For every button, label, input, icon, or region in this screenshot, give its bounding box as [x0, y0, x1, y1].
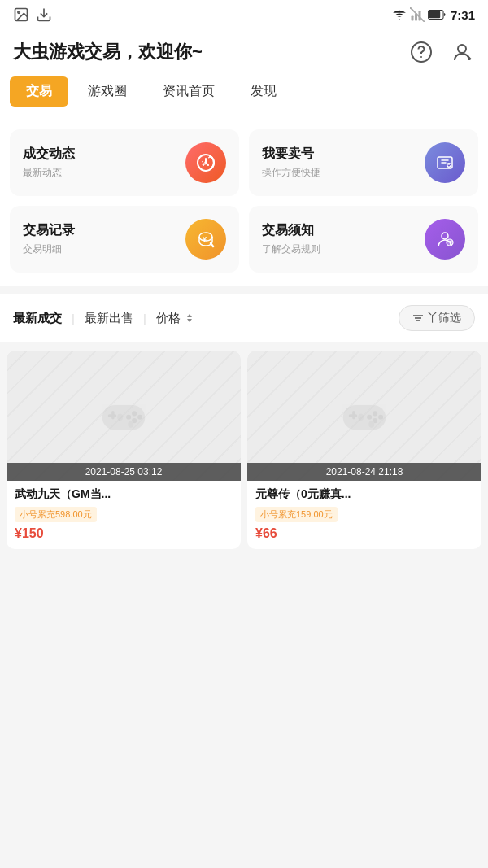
header-actions — [408, 39, 475, 65]
card-title-4: 交易须知 — [262, 222, 320, 239]
listing-card-2[interactable]: 2021-08-24 21:18 元尊传（0元赚真... 小号累充159.00元… — [247, 351, 481, 549]
svg-line-13 — [468, 56, 471, 59]
battery-icon — [428, 9, 446, 20]
filter-price-sort[interactable]: 价格 — [156, 311, 195, 326]
card-subtitle-4: 了解交易规则 — [262, 242, 320, 256]
svg-point-30 — [132, 411, 137, 416]
svg-rect-29 — [111, 411, 115, 420]
cards-grid: 成交动态 最新动态 ¥ 我要卖号 操作方便快捷 — [10, 129, 478, 273]
svg-line-20 — [211, 243, 213, 246]
card-chengjiao-dongtai[interactable]: 成交动态 最新动态 ¥ — [10, 129, 239, 196]
help-button[interactable] — [408, 39, 434, 65]
listing-tag-2: 小号累充159.00元 — [255, 507, 338, 522]
card-jiaoyixuzhi[interactable]: 交易须知 了解交易规则 ? — [249, 206, 478, 273]
card-title-2: 我要卖号 — [262, 146, 320, 163]
tab-zixun[interactable]: 资讯首页 — [146, 76, 231, 107]
game-controller-icon-1 — [95, 387, 152, 444]
card-title-1: 成交动态 — [23, 146, 75, 163]
listing-image-2: 2021-08-24 21:18 — [247, 351, 481, 481]
svg-point-31 — [137, 415, 142, 420]
svg-point-44 — [368, 421, 374, 428]
listing-image-1: 2021-08-25 03:12 — [7, 351, 241, 481]
status-left-icons — [13, 7, 52, 23]
svg-point-35 — [128, 421, 133, 428]
tab-bar: 交易 游戏圈 资讯首页 发现 — [0, 76, 488, 116]
card-subtitle-2: 操作方便快捷 — [262, 166, 320, 180]
filter-divider-2: | — [143, 312, 146, 325]
svg-text:¥: ¥ — [203, 235, 207, 243]
tab-jiaoyi[interactable]: 交易 — [10, 76, 68, 107]
filter-divider-1: | — [72, 312, 75, 325]
filter-latest-sell[interactable]: 最新出售 — [85, 311, 143, 326]
listing-info-1: 武动九天（GM当... 小号累充598.00元 ¥150 — [7, 481, 241, 549]
listing-timestamp-2: 2021-08-24 21:18 — [247, 463, 481, 481]
game-controller-icon-2 — [336, 387, 393, 444]
filter-btn-label: 丫筛选 — [427, 311, 461, 325]
tab-youxiquan[interactable]: 游戏圈 — [72, 76, 143, 107]
tab-faxian[interactable]: 发现 — [234, 76, 293, 107]
filter-latest-deal[interactable]: 最新成交 — [13, 311, 72, 326]
user-profile-button[interactable] — [449, 39, 475, 65]
download-icon — [36, 7, 52, 23]
filter-button[interactable]: 丫筛选 — [399, 305, 475, 331]
card-icon-4: ? — [425, 219, 465, 260]
svg-point-34 — [117, 413, 123, 421]
svg-point-40 — [378, 415, 383, 420]
card-icon-3: ¥ — [185, 219, 226, 260]
svg-point-3 — [399, 19, 400, 20]
card-maihao[interactable]: 我要卖号 操作方便快捷 — [249, 129, 478, 196]
wifi-icon — [392, 7, 407, 22]
svg-point-11 — [420, 56, 422, 58]
svg-point-39 — [373, 411, 377, 416]
svg-point-1 — [18, 11, 20, 13]
card-icon-2 — [425, 142, 465, 183]
card-subtitle-1: 最新动态 — [23, 166, 75, 180]
signal-icon — [410, 7, 425, 22]
page-title: 大虫游戏交易，欢迎你~ — [13, 40, 203, 64]
svg-point-12 — [458, 45, 466, 53]
listing-price-2: ¥66 — [255, 526, 473, 541]
card-jiaoyijilu[interactable]: 交易记录 交易明细 ¥ — [10, 206, 239, 273]
svg-text:?: ? — [449, 239, 453, 246]
svg-rect-38 — [352, 411, 355, 420]
svg-point-21 — [442, 233, 448, 239]
listing-card-1[interactable]: 2021-08-25 03:12 武动九天（GM当... 小号累充598.00元… — [7, 351, 241, 549]
listing-tag-1: 小号累充598.00元 — [15, 507, 97, 522]
svg-text:¥: ¥ — [201, 159, 207, 168]
time-display: 7:31 — [451, 8, 475, 22]
photo-icon — [13, 7, 29, 23]
svg-point-43 — [358, 413, 364, 421]
sort-icon — [184, 312, 195, 324]
svg-rect-9 — [429, 11, 441, 18]
listings-grid: 2021-08-25 03:12 武动九天（GM当... 小号累充598.00元… — [0, 344, 488, 549]
filter-icon — [412, 312, 424, 324]
listing-title-1: 武动九天（GM当... — [15, 487, 233, 502]
svg-point-33 — [126, 415, 131, 420]
svg-point-42 — [367, 415, 372, 420]
card-icon-1: ¥ — [185, 142, 226, 183]
listing-info-2: 元尊传（0元赚真... 小号累充159.00元 ¥66 — [247, 481, 481, 549]
status-right: 7:31 — [392, 7, 475, 22]
filter-price-label: 价格 — [156, 311, 181, 326]
cards-section: 成交动态 最新动态 ¥ 我要卖号 操作方便快捷 — [0, 116, 488, 286]
header: 大虫游戏交易，欢迎你~ — [0, 29, 488, 76]
filter-bar: 最新成交 | 最新出售 | 价格 丫筛选 — [0, 294, 488, 342]
listing-title-2: 元尊传（0元赚真... — [255, 487, 473, 502]
status-bar: 7:31 — [0, 0, 488, 29]
card-subtitle-3: 交易明细 — [23, 242, 75, 256]
svg-rect-4 — [411, 16, 413, 21]
card-title-3: 交易记录 — [23, 222, 75, 239]
listing-timestamp-1: 2021-08-25 03:12 — [7, 463, 241, 481]
listing-price-1: ¥150 — [15, 526, 233, 541]
svg-point-17 — [447, 163, 451, 168]
